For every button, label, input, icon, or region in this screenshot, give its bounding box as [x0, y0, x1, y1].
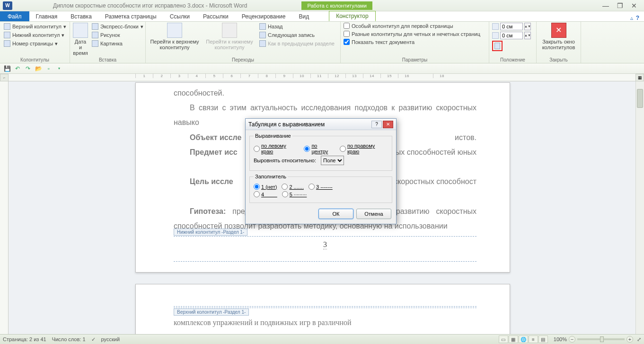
zoom-in-button[interactable]: + [626, 336, 633, 343]
header-from-top-spinner[interactable]: ▲▼ [492, 23, 531, 30]
word-icon: W [3, 1, 12, 10]
home-tab[interactable]: Главная [29, 12, 64, 21]
goto-footer-icon [222, 23, 237, 38]
page-number-field[interactable]: 3 [323, 240, 327, 249]
view-draft[interactable]: ▤ [538, 335, 548, 343]
align-right-radio[interactable]: по правому краю [340, 143, 388, 154]
header-area[interactable]: Верхний колонтитул -Раздел 1- [174, 306, 476, 308]
insert-tab[interactable]: Вставка [64, 12, 98, 21]
close-window-button[interactable]: ✕ [630, 2, 638, 9]
align-relative-label: Выровнять относительно: [254, 158, 316, 163]
status-language[interactable]: русский [101, 336, 120, 342]
zoom-slider[interactable] [577, 338, 625, 340]
leader-5-radio[interactable]: 5 ········· [282, 191, 307, 197]
align-center-radio[interactable]: по центру [304, 143, 335, 154]
view-print-layout[interactable]: ▭ [499, 335, 508, 343]
scrollbar-thumb[interactable] [637, 89, 643, 108]
restore-button[interactable]: ❐ [616, 2, 624, 9]
ribbon: Верхний колонтитул ▾ Нижний колонтитул ▾… [0, 22, 644, 63]
diff-odd-even-checkbox[interactable]: Разные колонтитулы для четных и нечетных… [344, 31, 480, 37]
view-web[interactable]: 🌐 [519, 335, 528, 343]
vertical-ruler[interactable] [0, 81, 9, 334]
header-button[interactable]: Верхний колонтитул ▾ [3, 23, 67, 30]
vertical-scrollbar[interactable] [635, 81, 644, 334]
clipart-icon [92, 40, 98, 47]
minimize-ribbon-button[interactable]: ▵ [630, 15, 633, 21]
diff-first-page-checkbox[interactable]: Особый колонтитул для первой страницы [344, 23, 480, 29]
group-navigation: Переходы [149, 57, 337, 62]
leader-3-radio[interactable]: 3 ------- [309, 184, 333, 190]
file-tab[interactable]: Файл [0, 11, 29, 21]
view-fullscreen[interactable]: ▦ [509, 335, 518, 343]
leader-1-radio[interactable]: 1 (нет) [254, 184, 277, 190]
group-header-footer: Колонтитулы [3, 57, 67, 62]
qat-save-button[interactable]: 💾 [3, 64, 11, 73]
status-word-count[interactable]: Число слов: 1 [52, 336, 86, 342]
align-left-radio[interactable]: по левому краю [254, 143, 299, 154]
footer-from-bottom-spinner[interactable]: ▲▼ [492, 32, 531, 39]
show-doc-text-checkbox[interactable]: Показать текст документа [344, 39, 480, 45]
align-tab-icon [494, 43, 500, 49]
link-previous-button[interactable]: Как в предыдущем разделе [258, 40, 335, 47]
help-button[interactable]: ? [636, 15, 639, 21]
quick-access-toolbar: 💾 ↶ ↷ 📂 ▫ ▾ [0, 63, 644, 74]
picture-button[interactable]: Рисунок [91, 31, 144, 39]
page-number-button[interactable]: Номер страницы ▾ [3, 40, 67, 47]
qat-undo-button[interactable]: ↶ [13, 64, 22, 73]
view-tab[interactable]: Вид [292, 12, 316, 21]
status-page[interactable]: Страница: 2 из 41 [3, 336, 46, 342]
zoom-level[interactable]: 100% [554, 336, 567, 342]
quickparts-icon [92, 23, 98, 30]
zoom-slider-thumb[interactable] [600, 336, 604, 342]
goto-header-icon [167, 23, 182, 38]
align-relative-select[interactable]: Поле [321, 156, 344, 165]
qat-dropdown[interactable]: ▾ [55, 64, 63, 73]
references-tab[interactable]: Ссылки [163, 12, 196, 21]
leader-4-radio[interactable]: 4 ____ [254, 191, 277, 197]
layout-tab[interactable]: Разметка страницы [98, 12, 163, 21]
goto-header-button[interactable]: Перейти к верхнему колонтитулу [149, 23, 201, 50]
group-options: Параметры [344, 57, 486, 62]
footer-area[interactable]: Нижний колонтитул -Раздел 1- 3 [174, 236, 476, 262]
date-time-button[interactable]: Дата и время [73, 23, 88, 56]
ok-button[interactable]: ОК [318, 209, 353, 219]
leader-group: Заполнитель 1 (нет) 2 ....... 3 ------- … [249, 174, 392, 203]
clipart-button[interactable]: Картинка [91, 40, 144, 47]
zoom-out-button[interactable]: − [569, 336, 575, 343]
dialog-title: Табуляция с выравниванием [248, 121, 325, 128]
ruler-toggle-button[interactable]: ▦ [635, 74, 644, 81]
window-title: Диплом скоростные способности итог испра… [53, 2, 247, 9]
qat-new-button[interactable]: ▫ [44, 64, 53, 73]
ribbon-tabs: Файл Главная Вставка Разметка страницы С… [0, 11, 644, 22]
close-header-footer-button[interactable]: Закрыть окно колонтитулов [539, 23, 578, 50]
zoom-fit-button[interactable]: ⤢ [637, 336, 641, 343]
quick-parts-button[interactable]: Экспресс-блоки ▾ [91, 23, 144, 30]
alignment-group: Выравнивание по левому краю по центру по… [249, 133, 392, 171]
dialog-help-button[interactable]: ? [371, 121, 382, 128]
view-buttons: ▭ ▦ 🌐 ≡ ▤ [499, 335, 548, 343]
alignment-tab-dialog: Табуляция с выравниванием ? ✕ Выравниван… [245, 118, 397, 224]
previous-button[interactable]: Назад [258, 23, 335, 30]
qat-open-button[interactable]: 📂 [34, 64, 43, 73]
page-2: Верхний колонтитул -Раздел 1- комплексов… [135, 284, 510, 334]
ruler-corner[interactable]: ⌐ [0, 74, 9, 81]
design-tab[interactable]: Конструктор [329, 11, 375, 21]
minimize-button[interactable]: — [601, 2, 610, 9]
mailings-tab[interactable]: Рассылки [196, 12, 235, 21]
goto-footer-button: Перейти к нижнему колонтитулу [203, 23, 256, 50]
group-close: Закрыть [539, 57, 578, 62]
leader-2-radio[interactable]: 2 ....... [282, 184, 304, 190]
insert-alignment-tab-button[interactable] [494, 42, 501, 50]
close-icon [551, 23, 566, 38]
footer-pos-icon [492, 32, 499, 39]
review-tab[interactable]: Рецензирование [235, 12, 292, 21]
status-spell-icon[interactable]: ✓ [91, 336, 96, 343]
footer-button[interactable]: Нижний колонтитул ▾ [3, 31, 67, 39]
next-button[interactable]: Следующая запись [258, 31, 335, 39]
horizontal-ruler[interactable]: 1234567891011121314151618 [9, 74, 635, 81]
qat-redo-button[interactable]: ↷ [24, 64, 32, 73]
cancel-button[interactable]: Отмена [356, 209, 391, 219]
view-outline[interactable]: ≡ [529, 335, 538, 343]
document-area: ⌐ 1234567891011121314151618 ▦ способност… [0, 74, 644, 334]
dialog-close-button[interactable]: ✕ [383, 121, 393, 128]
